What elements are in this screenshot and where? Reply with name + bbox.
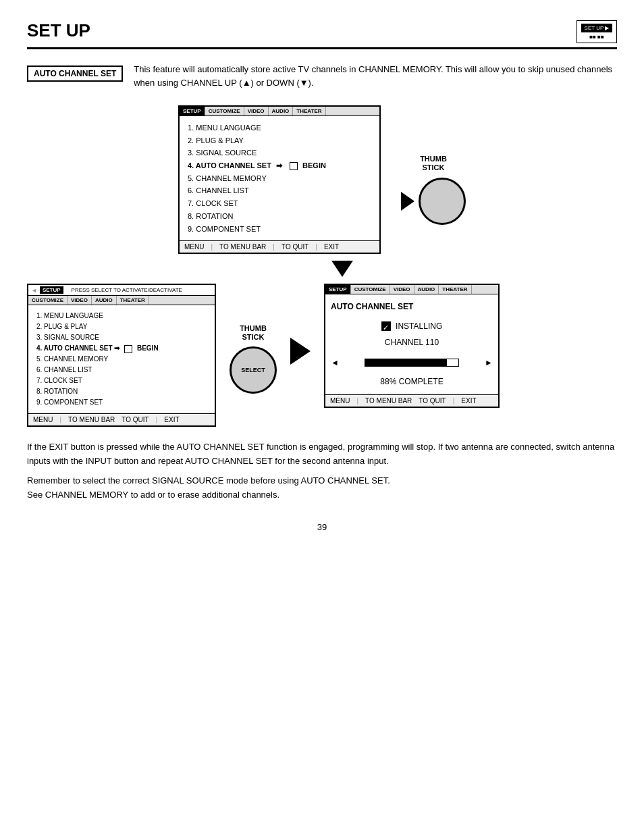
top-diagram: SETUP CUSTOMIZE VIDEO AUDIO THEATER 1. M… xyxy=(27,105,617,254)
br-channel-label: CHANNEL 110 xyxy=(331,336,493,349)
bl-to-quit: TO QUIT xyxy=(119,415,151,424)
top-thumbstick-area: THUMB STICK xyxy=(401,126,466,254)
progress-arrow-left-icon: ◄ xyxy=(331,356,339,369)
bottom-right-content: AUTO CHANNEL SET INSTALLING CHANNEL 110 … xyxy=(325,294,498,394)
bottom-left-screen: ◄ SETUP PRESS SELECT TO ACTIVATE/DEACTIV… xyxy=(27,284,216,427)
top-screen-content: 1. MENU LANGUAGE 2. PLUG & PLAY 3. SIGNA… xyxy=(180,116,379,240)
bl-tab-theater: THEATER xyxy=(117,296,149,305)
press-select-notice: PRESS SELECT TO ACTIVATE/DEACTIVATE xyxy=(72,287,182,293)
bl-menu-item-7: 7. CLOCK SET xyxy=(36,375,207,386)
br-to-quit: TO QUIT xyxy=(417,396,448,405)
page-number: 39 xyxy=(27,522,617,532)
bottom-arrow-right-wrapper xyxy=(290,338,311,365)
thumbstick-bottom-circle: SELECT xyxy=(230,346,277,394)
br-tab-video: VIDEO xyxy=(390,285,414,294)
br-to-menu-bar: TO MENU BAR xyxy=(363,396,414,405)
bl-arrow-right-icon: ➡ xyxy=(114,344,119,352)
bl-exit: EXIT xyxy=(162,415,181,424)
menu-item-8: 8. ROTATION xyxy=(188,210,371,223)
arrow-to-thumbstick-icon xyxy=(401,192,414,211)
br-installing-row: INSTALLING xyxy=(331,319,493,333)
page-title: SET UP xyxy=(27,20,90,41)
bl-menu-item-8: 8. ROTATION xyxy=(36,386,207,397)
bottom-right-screen: SETUP CUSTOMIZE VIDEO AUDIO THEATER AUTO… xyxy=(324,284,500,408)
begin-label: BEGIN xyxy=(302,161,326,170)
complete-label: 88% COMPLETE xyxy=(331,375,493,388)
menu-item-3: 3. SIGNAL SOURCE xyxy=(188,147,371,159)
intro-section: AUTO CHANNEL SET This feature will autom… xyxy=(27,63,617,89)
bottom-left-tab-bar: CUSTOMIZE VIDEO AUDIO THEATER xyxy=(28,296,215,305)
setup-icon-box: SET UP ▶ ■■ ■■ xyxy=(576,20,617,43)
checkbox-checked-icon xyxy=(381,321,391,331)
bl-tab-video: VIDEO xyxy=(68,296,92,305)
bottom-right-tab-bar: SETUP CUSTOMIZE VIDEO AUDIO THEATER xyxy=(325,285,498,294)
br-tab-theater: THEATER xyxy=(439,285,471,294)
menu-item-4: 4. AUTO CHANNEL SET ➡ BEGIN xyxy=(188,159,371,172)
bl-tab-audio: AUDIO xyxy=(92,296,117,305)
bl-menu-item-5: 5. CHANNEL MEMORY xyxy=(36,354,207,365)
thumbstick-top-circle xyxy=(419,178,466,225)
bottom-left-header: ◄ SETUP PRESS SELECT TO ACTIVATE/DEACTIV… xyxy=(28,285,215,296)
br-tab-customize: CUSTOMIZE xyxy=(351,285,390,294)
thumbstick-top-label: THUMB STICK xyxy=(420,155,447,172)
menu-item-1: 1. MENU LANGUAGE xyxy=(188,122,371,134)
bottom-left-bottom-bar: MENU | TO MENU BAR TO QUIT | EXIT xyxy=(28,413,215,425)
feature-badge-wrapper: AUTO CHANNEL SET xyxy=(27,63,123,82)
bottom-thumbstick-area: THUMB STICK SELECT xyxy=(230,324,277,393)
menu-item-9: 9. COMPONENT SET xyxy=(188,223,371,236)
body-text-1: If the EXIT button is pressed while the … xyxy=(27,440,617,469)
progress-bar-fill xyxy=(365,359,447,366)
bl-menu-item-3: 3. SIGNAL SOURCE xyxy=(36,332,207,343)
tab-video: VIDEO xyxy=(244,107,269,115)
begin-box xyxy=(290,162,298,170)
bl-menu-item-1: 1. MENU LANGUAGE xyxy=(36,311,207,321)
bl-menu-label: MENU xyxy=(31,415,55,424)
menu-bar-item-exit: EXIT xyxy=(322,242,341,251)
arrow-to-right-screen-icon xyxy=(290,338,311,365)
page-header: SET UP SET UP ▶ ■■ ■■ xyxy=(27,20,617,49)
tab-setup: SETUP xyxy=(180,107,205,115)
bottom-left-setup-tab: SETUP xyxy=(40,286,63,294)
menu-item-7: 7. CLOCK SET xyxy=(188,197,371,210)
top-screen-bottom-bar: MENU | TO MENU BAR | TO QUIT | EXIT xyxy=(180,240,379,253)
bl-to-menu-bar: TO MENU BAR xyxy=(66,415,117,424)
arrow-right-icon: ➡ xyxy=(276,159,282,172)
thumbstick-bottom-label: THUMB STICK xyxy=(240,324,267,342)
body-text-2: Remember to select the correct SIGNAL SO… xyxy=(27,474,617,502)
select-label: SELECT xyxy=(241,367,265,373)
bl-begin-label: BEGIN xyxy=(137,344,159,352)
br-tab-setup: SETUP xyxy=(325,285,351,294)
bl-menu-item-2: 2. PLUG & PLAY xyxy=(36,321,207,332)
br-screen-title: AUTO CHANNEL SET xyxy=(331,300,493,313)
br-menu-label: MENU xyxy=(328,396,352,405)
setup-icon-label: ■■ ■■ xyxy=(581,34,612,40)
back-arrow-icon: ◄ xyxy=(31,287,37,294)
menu-item-6: 6. CHANNEL LIST xyxy=(188,184,371,197)
bl-begin-box xyxy=(124,345,132,353)
intro-text: This feature will automatically store ac… xyxy=(134,63,617,89)
menu-item-5: 5. CHANNEL MEMORY xyxy=(188,172,371,185)
top-tv-screen: SETUP CUSTOMIZE VIDEO AUDIO THEATER 1. M… xyxy=(178,105,381,254)
bl-menu-item-6: 6. CHANNEL LIST xyxy=(36,365,207,375)
setup-icon-inner: SET UP ▶ xyxy=(581,24,612,32)
br-exit: EXIT xyxy=(459,396,478,405)
bottom-right-bottom-bar: MENU | TO MENU BAR TO QUIT | EXIT xyxy=(325,394,498,407)
bl-menu-item-4: 4. AUTO CHANNEL SET ➡ BEGIN xyxy=(36,343,207,354)
br-tab-audio: AUDIO xyxy=(414,285,439,294)
menu-bar-item-menu: MENU xyxy=(182,242,206,251)
arrow-down-icon xyxy=(331,261,353,277)
feature-badge: AUTO CHANNEL SET xyxy=(27,66,123,82)
progress-arrow-right-icon: ► xyxy=(485,356,493,369)
tab-theater: THEATER xyxy=(293,107,325,115)
bl-tab-customize: CUSTOMIZE xyxy=(28,296,68,305)
installing-label: INSTALLING xyxy=(396,321,442,331)
bottom-left-content: 1. MENU LANGUAGE 2. PLUG & PLAY 3. SIGNA… xyxy=(28,305,215,413)
menu-bar-item-to-quit: TO QUIT xyxy=(279,242,311,251)
bl-menu-item-9: 9. COMPONENT SET xyxy=(36,397,207,408)
menu-item-2: 2. PLUG & PLAY xyxy=(188,134,371,147)
progress-bar-row: ◄ ► xyxy=(331,355,493,371)
menu-bar-item-to-menu: TO MENU BAR xyxy=(217,242,268,251)
tab-audio: AUDIO xyxy=(269,107,294,115)
progress-bar-outer xyxy=(365,359,459,367)
tab-customize: CUSTOMIZE xyxy=(205,107,244,115)
